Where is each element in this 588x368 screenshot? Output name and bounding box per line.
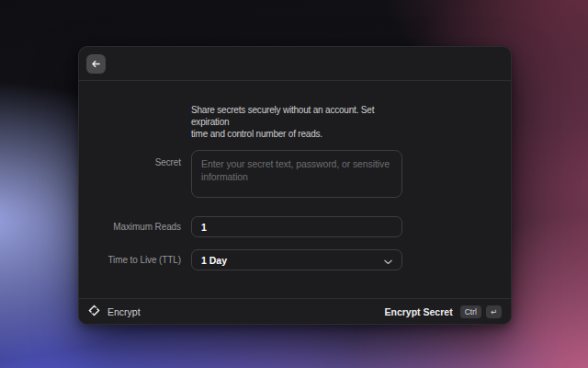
description-text: Share secrets securely without an accoun… [191,104,413,140]
enter-key-badge: ↵ [486,305,502,318]
primary-action-button[interactable]: Encrypt Secret Ctrl ↵ [385,305,502,318]
maximum-reads-label: Maximum Reads [79,222,191,232]
maximum-reads-input[interactable] [191,216,402,237]
description-line-2: time and control number of reads. [191,128,413,140]
ttl-selected-value: 1 Day [201,255,227,266]
form-body: Share secrets securely without an accoun… [79,81,511,298]
back-button[interactable] [86,54,106,74]
description-line-1: Share secrets securely without an accoun… [191,104,413,128]
command-name: Encrypt [107,306,141,317]
ttl-select[interactable]: 1 Day [191,249,402,270]
maximum-reads-row: Maximum Reads [79,216,511,237]
footer: Encrypt Encrypt Secret Ctrl ↵ [79,298,511,324]
ttl-label: Time to Live (TTL) [79,255,191,265]
extension-window: Share secrets securely without an accoun… [78,46,512,325]
encrypt-extension-icon [88,304,100,320]
ttl-row: Time to Live (TTL) 1 Day [79,249,511,270]
secret-row: Secret [79,150,511,201]
chevron-down-icon [384,252,392,269]
primary-action-label: Encrypt Secret [385,306,453,317]
secret-label: Secret [79,150,191,167]
ctrl-key-badge: Ctrl [460,305,481,318]
secret-input[interactable] [191,150,402,198]
arrow-left-icon [90,58,102,70]
window-header [79,47,511,81]
